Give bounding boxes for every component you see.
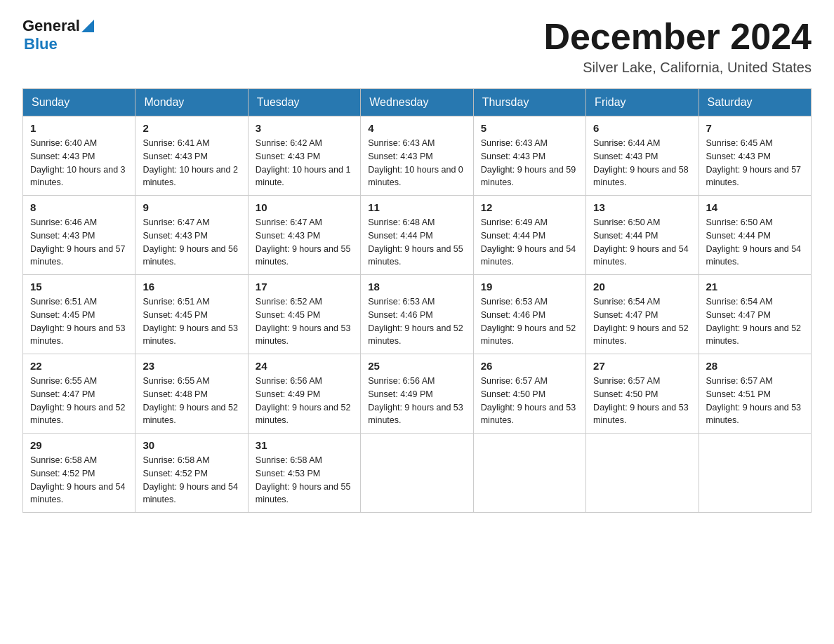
day-info: Sunrise: 6:41 AMSunset: 4:43 PMDaylight:… bbox=[143, 137, 240, 189]
day-cell-22: 22Sunrise: 6:55 AMSunset: 4:47 PMDayligh… bbox=[23, 354, 135, 434]
day-number: 8 bbox=[30, 201, 128, 213]
col-header-wednesday: Wednesday bbox=[361, 89, 473, 116]
day-number: 13 bbox=[593, 201, 691, 213]
day-cell-18: 18Sunrise: 6:53 AMSunset: 4:46 PMDayligh… bbox=[361, 275, 473, 354]
day-number: 24 bbox=[256, 360, 353, 372]
day-number: 26 bbox=[481, 360, 578, 372]
day-cell-14: 14Sunrise: 6:50 AMSunset: 4:44 PMDayligh… bbox=[699, 196, 811, 275]
day-number: 23 bbox=[143, 360, 240, 372]
day-cell-26: 26Sunrise: 6:57 AMSunset: 4:50 PMDayligh… bbox=[473, 354, 585, 434]
day-info: Sunrise: 6:55 AMSunset: 4:47 PMDaylight:… bbox=[30, 375, 128, 427]
day-number: 4 bbox=[368, 122, 465, 134]
empty-cell bbox=[361, 434, 473, 513]
day-info: Sunrise: 6:58 AMSunset: 4:53 PMDaylight:… bbox=[256, 454, 353, 507]
day-cell-7: 7Sunrise: 6:45 AMSunset: 4:43 PMDaylight… bbox=[699, 116, 811, 196]
day-info: Sunrise: 6:57 AMSunset: 4:50 PMDaylight:… bbox=[481, 375, 578, 427]
svg-marker-0 bbox=[81, 20, 94, 32]
logo-general-text: General bbox=[22, 17, 80, 35]
day-number: 2 bbox=[143, 122, 240, 134]
day-info: Sunrise: 6:43 AMSunset: 4:43 PMDaylight:… bbox=[481, 137, 578, 189]
day-cell-6: 6Sunrise: 6:44 AMSunset: 4:43 PMDaylight… bbox=[586, 116, 699, 196]
day-number: 6 bbox=[593, 122, 691, 134]
day-number: 3 bbox=[256, 122, 353, 134]
col-header-friday: Friday bbox=[586, 89, 699, 116]
week-row-4: 22Sunrise: 6:55 AMSunset: 4:47 PMDayligh… bbox=[23, 354, 812, 434]
day-info: Sunrise: 6:51 AMSunset: 4:45 PMDaylight:… bbox=[30, 295, 128, 348]
day-info: Sunrise: 6:45 AMSunset: 4:43 PMDaylight:… bbox=[706, 137, 804, 189]
day-cell-3: 3Sunrise: 6:42 AMSunset: 4:43 PMDaylight… bbox=[248, 116, 360, 196]
day-number: 14 bbox=[706, 201, 804, 213]
day-number: 22 bbox=[30, 360, 128, 372]
col-header-saturday: Saturday bbox=[699, 89, 811, 116]
month-title: December 2024 bbox=[543, 17, 812, 57]
day-number: 1 bbox=[30, 122, 128, 134]
empty-cell bbox=[699, 434, 811, 513]
day-cell-23: 23Sunrise: 6:55 AMSunset: 4:48 PMDayligh… bbox=[135, 354, 248, 434]
day-number: 18 bbox=[368, 281, 465, 293]
day-cell-2: 2Sunrise: 6:41 AMSunset: 4:43 PMDaylight… bbox=[135, 116, 248, 196]
day-number: 10 bbox=[256, 201, 353, 213]
day-number: 16 bbox=[143, 281, 240, 293]
day-number: 12 bbox=[481, 201, 578, 213]
day-cell-4: 4Sunrise: 6:43 AMSunset: 4:43 PMDaylight… bbox=[361, 116, 473, 196]
day-cell-1: 1Sunrise: 6:40 AMSunset: 4:43 PMDaylight… bbox=[23, 116, 135, 196]
day-cell-24: 24Sunrise: 6:56 AMSunset: 4:49 PMDayligh… bbox=[248, 354, 360, 434]
col-header-thursday: Thursday bbox=[473, 89, 585, 116]
week-row-5: 29Sunrise: 6:58 AMSunset: 4:52 PMDayligh… bbox=[23, 434, 812, 513]
logo-blue-text: Blue bbox=[24, 35, 58, 53]
day-info: Sunrise: 6:48 AMSunset: 4:44 PMDaylight:… bbox=[368, 216, 465, 269]
day-info: Sunrise: 6:50 AMSunset: 4:44 PMDaylight:… bbox=[593, 216, 691, 269]
day-info: Sunrise: 6:57 AMSunset: 4:50 PMDaylight:… bbox=[593, 375, 691, 427]
day-cell-9: 9Sunrise: 6:47 AMSunset: 4:43 PMDaylight… bbox=[135, 196, 248, 275]
day-cell-31: 31Sunrise: 6:58 AMSunset: 4:53 PMDayligh… bbox=[248, 434, 360, 513]
day-number: 19 bbox=[481, 281, 578, 293]
day-cell-15: 15Sunrise: 6:51 AMSunset: 4:45 PMDayligh… bbox=[23, 275, 135, 354]
day-cell-20: 20Sunrise: 6:54 AMSunset: 4:47 PMDayligh… bbox=[586, 275, 699, 354]
day-info: Sunrise: 6:42 AMSunset: 4:43 PMDaylight:… bbox=[256, 137, 353, 189]
day-cell-21: 21Sunrise: 6:54 AMSunset: 4:47 PMDayligh… bbox=[699, 275, 811, 354]
day-number: 20 bbox=[593, 281, 691, 293]
day-number: 9 bbox=[143, 201, 240, 213]
day-cell-30: 30Sunrise: 6:58 AMSunset: 4:52 PMDayligh… bbox=[135, 434, 248, 513]
week-row-2: 8Sunrise: 6:46 AMSunset: 4:43 PMDaylight… bbox=[23, 196, 812, 275]
day-number: 28 bbox=[706, 360, 804, 372]
day-number: 7 bbox=[706, 122, 804, 134]
day-info: Sunrise: 6:47 AMSunset: 4:43 PMDaylight:… bbox=[143, 216, 240, 269]
day-number: 31 bbox=[256, 439, 353, 451]
day-number: 15 bbox=[30, 281, 128, 293]
day-cell-29: 29Sunrise: 6:58 AMSunset: 4:52 PMDayligh… bbox=[23, 434, 135, 513]
day-info: Sunrise: 6:56 AMSunset: 4:49 PMDaylight:… bbox=[368, 375, 465, 427]
day-number: 21 bbox=[706, 281, 804, 293]
day-number: 27 bbox=[593, 360, 691, 372]
day-info: Sunrise: 6:56 AMSunset: 4:49 PMDaylight:… bbox=[256, 375, 353, 427]
title-block: December 2024 Silver Lake, California, U… bbox=[543, 17, 812, 76]
day-cell-10: 10Sunrise: 6:47 AMSunset: 4:43 PMDayligh… bbox=[248, 196, 360, 275]
day-info: Sunrise: 6:47 AMSunset: 4:43 PMDaylight:… bbox=[256, 216, 353, 269]
day-cell-19: 19Sunrise: 6:53 AMSunset: 4:46 PMDayligh… bbox=[473, 275, 585, 354]
day-number: 11 bbox=[368, 201, 465, 213]
day-cell-27: 27Sunrise: 6:57 AMSunset: 4:50 PMDayligh… bbox=[586, 354, 699, 434]
day-number: 29 bbox=[30, 439, 128, 451]
week-row-3: 15Sunrise: 6:51 AMSunset: 4:45 PMDayligh… bbox=[23, 275, 812, 354]
location-subtitle: Silver Lake, California, United States bbox=[543, 60, 812, 76]
day-number: 17 bbox=[256, 281, 353, 293]
calendar-header-row: SundayMondayTuesdayWednesdayThursdayFrid… bbox=[23, 89, 812, 116]
day-info: Sunrise: 6:51 AMSunset: 4:45 PMDaylight:… bbox=[143, 295, 240, 348]
day-cell-8: 8Sunrise: 6:46 AMSunset: 4:43 PMDaylight… bbox=[23, 196, 135, 275]
logo: General Blue bbox=[22, 17, 94, 53]
day-info: Sunrise: 6:57 AMSunset: 4:51 PMDaylight:… bbox=[706, 375, 804, 427]
empty-cell bbox=[586, 434, 699, 513]
day-info: Sunrise: 6:53 AMSunset: 4:46 PMDaylight:… bbox=[368, 295, 465, 348]
empty-cell bbox=[473, 434, 585, 513]
day-number: 25 bbox=[368, 360, 465, 372]
page-header: General Blue December 2024 Silver Lake, … bbox=[22, 17, 812, 76]
day-cell-17: 17Sunrise: 6:52 AMSunset: 4:45 PMDayligh… bbox=[248, 275, 360, 354]
week-row-1: 1Sunrise: 6:40 AMSunset: 4:43 PMDaylight… bbox=[23, 116, 812, 196]
day-cell-16: 16Sunrise: 6:51 AMSunset: 4:45 PMDayligh… bbox=[135, 275, 248, 354]
day-cell-28: 28Sunrise: 6:57 AMSunset: 4:51 PMDayligh… bbox=[699, 354, 811, 434]
calendar-table: SundayMondayTuesdayWednesdayThursdayFrid… bbox=[22, 88, 812, 513]
col-header-sunday: Sunday bbox=[23, 89, 135, 116]
day-info: Sunrise: 6:53 AMSunset: 4:46 PMDaylight:… bbox=[481, 295, 578, 348]
day-info: Sunrise: 6:44 AMSunset: 4:43 PMDaylight:… bbox=[593, 137, 691, 189]
day-cell-5: 5Sunrise: 6:43 AMSunset: 4:43 PMDaylight… bbox=[473, 116, 585, 196]
